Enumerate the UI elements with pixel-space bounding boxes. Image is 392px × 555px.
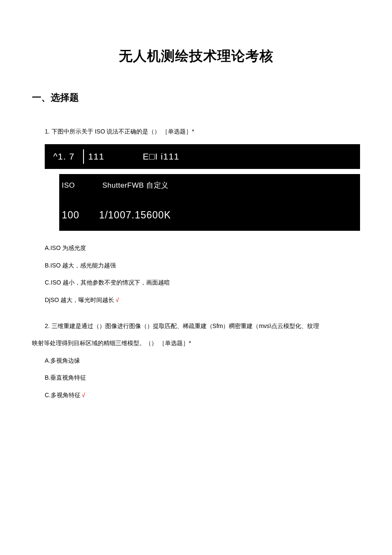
figure-row3-val1: 100 bbox=[62, 205, 96, 225]
question-1-figure: ^1. 7 111 E□I i111 ISO ShutterFWB 自定义 10… bbox=[45, 144, 360, 231]
question-2-line2: 映射等处理得到目标区域的精细三维模型。（） ［单选题］* bbox=[32, 334, 360, 352]
q1-option-a: A.ISO 为感光度 bbox=[32, 239, 360, 257]
question-1: 1. 下图中所示关于 ISO 说法不正确的是（） ［单选题］* ^1. 7 11… bbox=[32, 123, 360, 309]
q1-option-d-text: DjSO 越大，曝光时间越长 bbox=[45, 296, 114, 303]
figure-row1-seg3: E□I i111 bbox=[143, 148, 179, 166]
check-mark-icon: √ bbox=[115, 296, 119, 303]
q2-option-c: C.多视角特征√ bbox=[32, 386, 360, 404]
figure-row-3: 100 1/1007.15600K bbox=[59, 195, 360, 231]
question-1-text: 1. 下图中所示关于 ISO 说法不正确的是（） ［单选题］* bbox=[32, 123, 360, 140]
question-2-line1: 2. 三维重建是通过（）图像进行图像（）提取匹配、稀疏重建（Sfm）稠密重建（m… bbox=[32, 317, 360, 335]
figure-divider bbox=[83, 149, 84, 164]
figure-row2-iso: ISO bbox=[62, 178, 100, 193]
document-title: 无人机测绘技术理论考核 bbox=[32, 47, 360, 66]
figure-row1-seg2: 111 bbox=[88, 148, 104, 166]
figure-row1-seg1: ^1. 7 bbox=[53, 148, 75, 166]
q1-option-b: B.ISO 越大，感光能力越强 bbox=[32, 257, 360, 274]
section-heading: 一、选择题 bbox=[32, 91, 360, 104]
question-2: 2. 三维重建是通过（）图像进行图像（）提取匹配、稀疏重建（Sfm）稠密重建（m… bbox=[32, 317, 360, 404]
q2-option-c-text: C.多视角特征 bbox=[45, 392, 81, 398]
check-mark-icon: √ bbox=[82, 392, 85, 398]
figure-row3-val2: 1/1007.15600K bbox=[99, 209, 171, 221]
q1-option-c: C.ISO 越小，其他参数不变的情况下，画面越暗 bbox=[32, 274, 360, 291]
figure-row-2: ISO ShutterFWB 自定义 bbox=[59, 174, 360, 195]
figure-row2-rest: ShutterFWB 自定义 bbox=[102, 181, 168, 189]
q2-option-b: B.垂直视角特征 bbox=[32, 369, 360, 386]
q2-option-a: A.多视角边缘 bbox=[32, 352, 360, 369]
q1-option-d: DjSO 越大，曝光时间越长√ bbox=[32, 291, 360, 309]
figure-row-1: ^1. 7 111 E□I i111 bbox=[45, 144, 360, 169]
